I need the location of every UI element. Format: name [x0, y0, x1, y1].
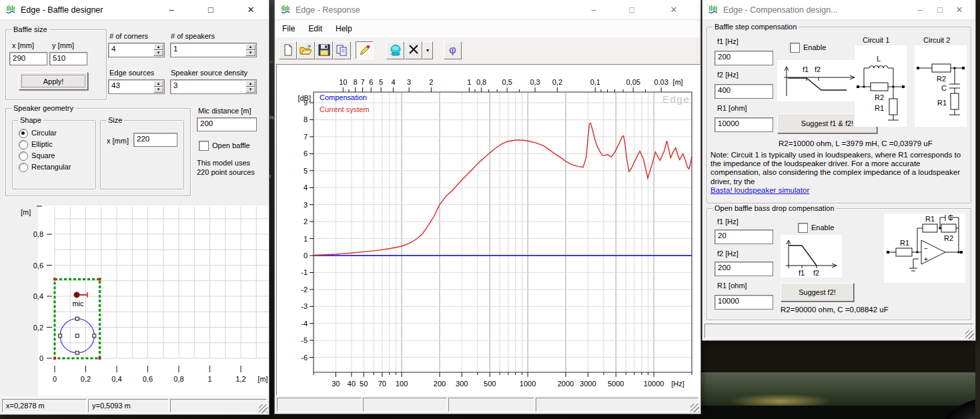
svg-text:6: 6 [369, 78, 373, 86]
radio-circular[interactable] [19, 129, 28, 138]
compensation-titlebar[interactable]: Edge - Compensation design... – □ ✕ [702, 0, 975, 20]
maximize-button[interactable]: □ [197, 0, 224, 19]
speakers-spin-buttons[interactable]: ▲▼ [246, 44, 256, 56]
maximize-button[interactable]: □ [618, 0, 645, 19]
density-spin-buttons[interactable]: ▲▼ [246, 81, 256, 93]
edge-sources-spinner[interactable]: 43 ▲▼ [108, 79, 165, 94]
svg-text:10: 10 [339, 78, 347, 86]
apply-button[interactable]: Apply! [19, 72, 88, 90]
radio-elliptic[interactable] [19, 140, 28, 149]
svg-text:500: 500 [484, 380, 496, 388]
phase-button[interactable]: φ [444, 41, 462, 59]
baffle-layout-plot[interactable]: [m]0,80,60,40,2000,20,40,60,811,2[m]mic [17, 200, 269, 396]
svg-text:4: 4 [391, 78, 395, 86]
bs-f1-input[interactable]: 200 [714, 51, 773, 65]
baffle-corner-handle[interactable] [53, 278, 56, 280]
status-extra [170, 399, 267, 412]
svg-text:1,2: 1,2 [235, 375, 246, 383]
edge-app-icon [280, 5, 291, 15]
speakers-label: # of speakers [171, 32, 215, 40]
ob-enable-label: Enable [811, 224, 834, 232]
model-note-line2: 220 point sources [197, 168, 255, 176]
response-titlebar[interactable]: Edge - Response – □ ✕ [275, 0, 700, 20]
svg-text:1: 1 [304, 235, 308, 243]
close-button[interactable]: ✕ [237, 0, 264, 19]
driver-handle[interactable] [93, 334, 96, 338]
ob-result-text: R2=90000 ohm, C =0,08842 uF [781, 306, 889, 314]
speaker-geometry-legend: Speaker geometry [11, 104, 75, 112]
minimize-button[interactable]: – [580, 0, 607, 19]
maximize-button[interactable]: □ [931, 0, 949, 19]
svg-text:0,8: 0,8 [33, 230, 43, 238]
baffle-corner-handle[interactable] [98, 357, 101, 360]
svg-text:-1: -1 [301, 268, 308, 276]
bs-r1-input[interactable]: 10000 [714, 117, 773, 132]
open-file-button[interactable] [297, 41, 315, 59]
basta-link[interactable]: Basta! loudspeaker simulator [710, 186, 809, 194]
baffle-corner-handle[interactable] [98, 278, 101, 280]
driver-handle[interactable] [59, 334, 62, 338]
svg-text:7: 7 [360, 78, 364, 86]
desktop-sliver: ○Ret [269, 0, 275, 419]
wallpaper-car-body [694, 406, 980, 419]
minimize-button[interactable]: – [158, 0, 185, 19]
corners-spinner[interactable]: 4 ▲▼ [108, 43, 165, 57]
driver-handle[interactable] [75, 317, 79, 320]
driver-handle[interactable] [75, 351, 79, 354]
opamp-R2-label: R2 [944, 234, 953, 242]
open-folder-icon [300, 44, 312, 56]
opamp-minus: − [924, 245, 928, 252]
menu-help[interactable]: Help [329, 24, 359, 33]
mic-distance-input[interactable]: 200 [197, 117, 257, 131]
svg-text:5000: 5000 [608, 380, 624, 388]
copy-button[interactable] [333, 41, 351, 59]
svg-text:0: 0 [53, 375, 57, 383]
delete-x-icon [408, 44, 419, 55]
close-button[interactable]: ✕ [660, 0, 687, 19]
ob-f2-input[interactable]: 200 [714, 262, 773, 276]
ob-icon-f2: f2 [813, 269, 819, 277]
radio-rectangular[interactable] [19, 163, 28, 172]
save-button[interactable] [315, 41, 333, 59]
baffle-x-input[interactable]: 290 [9, 52, 47, 65]
menu-edit[interactable]: Edit [302, 24, 329, 33]
close-button[interactable]: ✕ [950, 0, 969, 19]
window-compensation-designer: Edge - Compensation design... – □ ✕ Baff… [702, 0, 975, 340]
delete-button[interactable] [404, 41, 422, 59]
bs-f2-input[interactable]: 400 [714, 84, 773, 99]
menu-file[interactable]: File [276, 24, 302, 33]
driver-handle[interactable] [75, 334, 79, 338]
bs-r1-label: R1 [ohm] [717, 104, 747, 112]
baffle-plot-svg[interactable]: [m]0,80,60,40,2000,20,40,60,811,2[m]mic [17, 200, 269, 396]
svg-text:300: 300 [456, 380, 468, 388]
delete-dropdown-button[interactable]: ▾ [422, 41, 433, 59]
density-value: 3 [173, 81, 177, 89]
baffle-titlebar[interactable]: Edge - Baffle designer – □ ✕ [0, 0, 269, 20]
svg-text:5: 5 [379, 78, 383, 86]
minimize-button[interactable]: – [911, 0, 929, 19]
new-document-button[interactable] [279, 41, 297, 59]
speakers-spinner[interactable]: 1 ▲▼ [170, 43, 257, 57]
circuit2-R1-label: R1 [937, 99, 947, 107]
open-baffle-checkbox[interactable] [199, 141, 209, 151]
driver-tool-button[interactable] [386, 41, 404, 59]
edge-sources-spin-buttons[interactable]: ▲▼ [153, 81, 163, 93]
baffle-corner-handle[interactable] [53, 357, 56, 360]
density-spinner[interactable]: 3 ▲▼ [170, 79, 257, 94]
resize-grip[interactable] [965, 330, 974, 339]
size-x-input[interactable]: 220 [133, 133, 177, 147]
ob-f1-input[interactable]: 20 [714, 230, 773, 244]
resize-grip[interactable] [690, 404, 699, 412]
baffle-y-input[interactable]: 510 [49, 52, 87, 65]
resize-grip[interactable] [259, 404, 268, 413]
corners-spin-buttons[interactable]: ▲▼ [153, 44, 163, 56]
suggest-f2-button[interactable]: Suggest f2! [781, 283, 854, 302]
baffle-step-legend: Baffle step compensation [712, 23, 799, 31]
save-floppy-icon [318, 44, 330, 56]
ob-enable-checkbox[interactable] [798, 223, 808, 233]
radio-square[interactable] [19, 151, 28, 161]
draw-tool-button[interactable] [356, 41, 374, 59]
svg-text:0,8: 0,8 [173, 375, 183, 383]
bs-enable-checkbox[interactable] [790, 43, 800, 53]
ob-r1-input[interactable]: 10000 [714, 295, 773, 310]
